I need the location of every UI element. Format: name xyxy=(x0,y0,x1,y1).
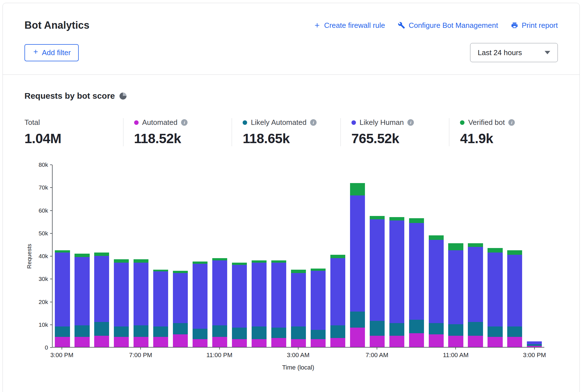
create-firewall-rule-link[interactable]: Create firewall rule xyxy=(313,21,385,30)
bar-segment-automated xyxy=(527,346,542,347)
bar-segment-verified-bot xyxy=(232,263,247,265)
likely-automated-legend-dot xyxy=(243,120,247,125)
bar-segment-likely-human xyxy=(311,271,326,330)
bar-segment-likely-automated xyxy=(370,321,385,336)
bar-5-00-pm[interactable] xyxy=(92,165,112,347)
time-range-value: Last 24 hours xyxy=(478,48,522,57)
y-tick: 30k xyxy=(39,276,52,282)
bar-segment-verified-bot xyxy=(55,250,70,253)
stat-label: Total xyxy=(24,118,40,127)
bar-2-00-am[interactable] xyxy=(269,165,288,347)
bar-segment-likely-automated xyxy=(153,326,168,337)
bar-segment-verified-bot xyxy=(173,271,188,273)
chart-y-axis: 010k20k30k40k50k60k70k80k xyxy=(34,165,52,348)
add-filter-button[interactable]: Add filter xyxy=(24,44,79,61)
bar-1-00-am[interactable] xyxy=(249,165,269,347)
bar-3-00-pm[interactable] xyxy=(525,165,544,347)
bar-8-00-am[interactable] xyxy=(387,165,407,347)
bar-1-00-pm[interactable] xyxy=(485,165,505,347)
bar-9-00-am[interactable] xyxy=(407,165,426,347)
bar-12-00-pm[interactable] xyxy=(466,165,485,347)
bar-segment-likely-automated xyxy=(389,323,404,336)
bar-segment-verified-bot xyxy=(134,259,148,263)
bar-segment-likely-human xyxy=(370,219,385,321)
bar-segment-automated xyxy=(448,336,463,347)
bar-segment-likely-automated xyxy=(291,326,306,339)
info-icon[interactable] xyxy=(310,119,317,126)
bar-segment-verified-bot xyxy=(468,243,483,247)
y-tick: 70k xyxy=(39,184,52,191)
bar-segment-automated xyxy=(271,338,286,347)
bar-segment-automated xyxy=(193,339,207,347)
info-icon[interactable] xyxy=(508,119,515,126)
info-icon[interactable] xyxy=(181,119,188,126)
info-icon[interactable] xyxy=(407,119,414,126)
bar-segment-likely-human xyxy=(527,341,542,344)
bar-segment-automated xyxy=(134,337,148,347)
bar-segment-automated xyxy=(429,334,444,347)
bar-segment-likely-human xyxy=(468,247,483,322)
y-tick: 40k xyxy=(39,253,52,260)
bar-4-00-am[interactable] xyxy=(308,165,328,347)
chart-x-axis: 3:00 PM7:00 PM11:00 PM3:00 AM7:00 AM11:0… xyxy=(52,348,544,363)
bar-segment-likely-automated xyxy=(330,325,345,338)
bar-segment-automated xyxy=(507,337,522,347)
bar-segment-likely-human xyxy=(429,240,444,323)
plus-icon xyxy=(32,48,39,57)
bar-segment-likely-automated xyxy=(488,326,502,337)
stat-label: Likely Automated xyxy=(251,118,306,127)
time-range-select[interactable]: Last 24 hours xyxy=(470,43,558,62)
bar-4-00-pm[interactable] xyxy=(72,165,92,347)
bar-segment-verified-bot xyxy=(429,235,444,240)
bar-segment-verified-bot xyxy=(193,262,207,264)
bar-segment-likely-human xyxy=(173,273,188,323)
bar-10-00-pm[interactable] xyxy=(190,165,210,347)
bar-segment-automated xyxy=(350,328,365,347)
bar-segment-verified-bot xyxy=(330,255,345,258)
stat-automated: Automated 118.52k xyxy=(123,118,232,146)
bar-segment-verified-bot xyxy=(389,217,404,220)
bar-segment-likely-human xyxy=(232,265,247,328)
stats-row: Total 1.04M Automated 118.52k Likely Aut… xyxy=(24,118,558,146)
bar-9-00-pm[interactable] xyxy=(171,165,190,347)
bar-3-00-pm[interactable] xyxy=(53,165,72,347)
section-title: Requests by bot score xyxy=(24,91,115,101)
bar-segment-likely-human xyxy=(153,271,168,326)
bar-segment-automated xyxy=(75,337,89,347)
bar-6-00-pm[interactable] xyxy=(112,165,131,347)
bar-5-00-am[interactable] xyxy=(328,165,348,347)
bar-segment-verified-bot xyxy=(252,260,267,263)
bar-7-00-pm[interactable] xyxy=(131,165,151,347)
y-tick: 50k xyxy=(39,230,52,237)
requests-by-bot-score-section: Requests by bot score Total 1.04M Automa… xyxy=(3,91,579,371)
bar-segment-likely-human xyxy=(212,260,227,325)
x-tick: 7:00 PM xyxy=(129,348,152,359)
bar-segment-likely-human xyxy=(389,220,404,323)
bar-10-00-am[interactable] xyxy=(426,165,446,347)
action-label: Configure Bot Management xyxy=(409,21,498,30)
bar-11-00-pm[interactable] xyxy=(210,165,230,347)
bar-6-00-am[interactable] xyxy=(348,165,367,347)
bar-7-00-am[interactable] xyxy=(367,165,387,347)
bar-segment-likely-human xyxy=(291,273,306,326)
configure-bot-management-link[interactable]: Configure Bot Management xyxy=(398,21,498,30)
bar-segment-automated xyxy=(232,339,247,347)
bar-segment-likely-human xyxy=(114,263,129,326)
bar-segment-likely-automated xyxy=(507,326,522,337)
print-report-link[interactable]: Print report xyxy=(511,21,558,30)
bar-segment-automated xyxy=(291,339,306,347)
bar-2-00-pm[interactable] xyxy=(505,165,525,347)
requests-chart: Requests 010k20k30k40k50k60k70k80k 3:00 … xyxy=(24,165,544,371)
bar-segment-verified-bot xyxy=(370,216,385,219)
bar-segment-likely-human xyxy=(55,253,70,326)
stat-likely-human: Likely Human 765.52k xyxy=(340,118,449,146)
bar-11-00-am[interactable] xyxy=(446,165,466,347)
bar-12-00-am[interactable] xyxy=(230,165,249,347)
bar-8-00-pm[interactable] xyxy=(151,165,171,347)
chevron-down-icon xyxy=(545,51,550,54)
bar-segment-verified-bot xyxy=(212,258,227,260)
bar-segment-likely-automated xyxy=(94,322,109,336)
add-filter-label: Add filter xyxy=(42,48,71,57)
bar-segment-likely-human xyxy=(507,255,522,326)
bar-3-00-am[interactable] xyxy=(288,165,308,347)
